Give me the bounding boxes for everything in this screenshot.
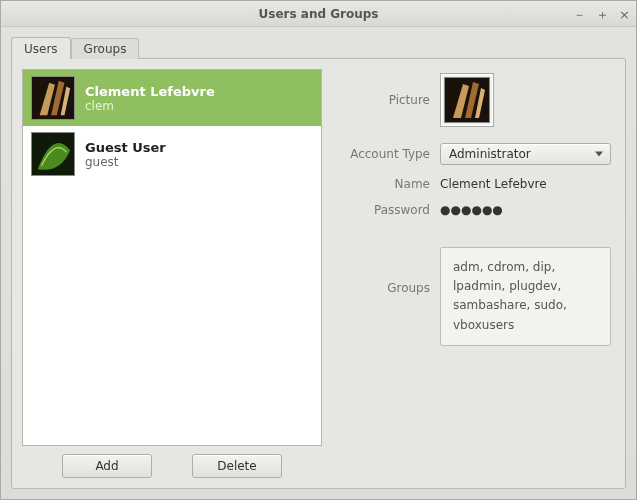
label-password: Password [336, 203, 440, 217]
field-password: Password ●●●●●● [336, 203, 611, 217]
left-column: Clement Lefebvre clem Guest User guest [22, 69, 322, 478]
details-column: Picture Account Type Administrator [336, 69, 615, 478]
value-account-type: Administrator [440, 143, 611, 165]
account-type-combo[interactable]: Administrator [440, 143, 611, 165]
field-account-type: Account Type Administrator [336, 143, 611, 165]
titlebar[interactable]: Users and Groups － ＋ × [1, 1, 636, 27]
user-list-item[interactable]: Guest User guest [23, 126, 321, 182]
label-name: Name [336, 177, 440, 191]
user-info: Guest User guest [85, 140, 166, 169]
window: Users and Groups － ＋ × Users Groups [0, 0, 637, 500]
delete-button[interactable]: Delete [192, 454, 282, 478]
tab-page-users: Clement Lefebvre clem Guest User guest [11, 58, 626, 489]
tab-groups[interactable]: Groups [71, 38, 140, 59]
avatar-icon [31, 76, 75, 120]
close-icon[interactable]: × [619, 8, 630, 21]
avatar-icon [31, 132, 75, 176]
account-type-value: Administrator [449, 147, 531, 161]
field-picture: Picture [336, 73, 611, 127]
user-login-name: guest [85, 155, 166, 169]
label-groups: Groups [336, 247, 440, 295]
label-picture: Picture [336, 93, 440, 107]
minimize-icon[interactable]: － [573, 8, 586, 21]
user-list-item[interactable]: Clement Lefebvre clem [23, 70, 321, 126]
user-list: Clement Lefebvre clem Guest User guest [22, 69, 322, 446]
user-info: Clement Lefebvre clem [85, 84, 215, 113]
maximize-icon[interactable]: ＋ [596, 8, 609, 21]
main-row: Clement Lefebvre clem Guest User guest [22, 69, 615, 478]
user-display-name: Guest User [85, 140, 166, 155]
tab-users[interactable]: Users [11, 37, 71, 59]
field-name: Name Clement Lefebvre [336, 177, 611, 191]
picture-button[interactable] [440, 73, 494, 127]
user-display-name: Clement Lefebvre [85, 84, 215, 99]
value-name[interactable]: Clement Lefebvre [440, 177, 611, 191]
window-controls: － ＋ × [573, 1, 630, 27]
button-row: Add Delete [22, 454, 322, 478]
window-title: Users and Groups [259, 7, 379, 21]
value-password[interactable]: ●●●●●● [440, 203, 611, 217]
add-button[interactable]: Add [62, 454, 152, 478]
field-groups: Groups adm, cdrom, dip, lpadmin, plugdev… [336, 247, 611, 346]
window-body: Users Groups Clement Lefebvre clem [1, 27, 636, 499]
tab-bar: Users Groups [11, 35, 626, 59]
label-account-type: Account Type [336, 147, 440, 161]
user-login-name: clem [85, 99, 215, 113]
groups-box[interactable]: adm, cdrom, dip, lpadmin, plugdev, samba… [440, 247, 611, 346]
chevron-down-icon [595, 152, 603, 157]
avatar-icon [444, 77, 490, 123]
